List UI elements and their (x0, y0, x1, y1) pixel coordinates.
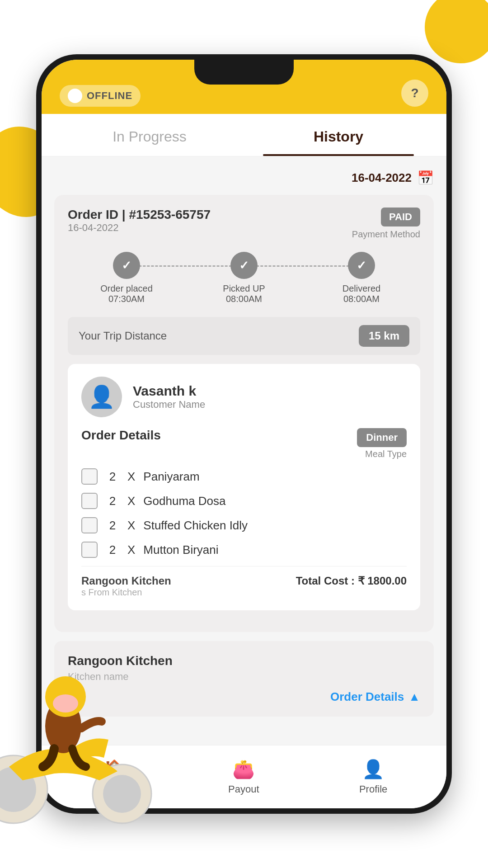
item-checkbox-1 (81, 468, 98, 485)
customer-label: Customer Name (133, 399, 205, 410)
item-checkbox-3 (81, 517, 98, 533)
order-item-1: 2 X Paniyaram (81, 468, 407, 485)
tab-history-label: History (314, 128, 363, 145)
item-x-4: X (127, 543, 135, 557)
total-label: Total Cost : (296, 575, 355, 587)
nav-profile[interactable]: 👤 Profile (359, 759, 387, 795)
step-circle-delivered: ✓ (348, 252, 375, 279)
order-item-4: 2 X Mutton Biryani (81, 542, 407, 558)
item-name-3: Stuffed Chicken Idly (143, 519, 248, 533)
item-name-1: Paniyaram (143, 470, 199, 484)
payment-method-label: Payment Method (352, 229, 420, 240)
order-item-3: 2 X Stuffed Chicken Idly (81, 517, 407, 533)
nav-payout-label: Payout (228, 783, 259, 795)
step-time-placed: 07:30AM (108, 294, 145, 304)
distance-row: Your Trip Distance 15 km (68, 317, 420, 355)
svg-point-3 (103, 775, 141, 813)
distance-value: 15 km (359, 325, 409, 347)
avatar: 👤 (81, 377, 122, 417)
step-line-1 (127, 265, 244, 267)
decorative-blob-top-right (425, 0, 488, 63)
nav-profile-label: Profile (359, 783, 387, 795)
date-filter-row: 16-04-2022 📅 (54, 170, 434, 186)
step-circle-pickup: ✓ (230, 252, 258, 279)
item-x-3: X (127, 519, 135, 533)
dinner-badge: Dinner (357, 428, 407, 447)
order-id: Order ID | #15253-65757 (68, 208, 211, 222)
paid-badge: PAID (381, 208, 420, 226)
kitchen-name: Rangoon Kitchen (81, 575, 171, 587)
item-name-2: Godhuma Dosa (143, 494, 225, 508)
distance-label: Your Trip Distance (79, 330, 167, 342)
help-icon: ? (411, 86, 418, 100)
progress-tracker: ✓ Order placed 07:30AM ✓ Picked UP 08:00… (68, 252, 420, 304)
item-checkbox-4 (81, 542, 98, 558)
item-qty-4: 2 (106, 543, 119, 557)
date-text: 16-04-2022 (352, 171, 412, 185)
nav-payout[interactable]: 👛 Payout (228, 759, 259, 795)
toggle-circle (68, 89, 82, 103)
tab-in-progress-label: In Progress (113, 128, 187, 145)
customer-info: Vasanth k Customer Name (133, 383, 205, 410)
payout-icon: 👛 (232, 759, 255, 780)
tabs-bar: In Progress History (42, 114, 446, 156)
profile-icon: 👤 (362, 759, 385, 780)
notch (194, 60, 294, 85)
order-items-list: 2 X Paniyaram 2 X Godhuma Dosa (81, 468, 407, 558)
step-line-2 (244, 265, 361, 267)
customer-row: 👤 Vasanth k Customer Name (81, 377, 407, 417)
order-id-block: Order ID | #15253-65757 16-04-2022 (68, 208, 211, 247)
order-date: 16-04-2022 (68, 222, 211, 234)
kitchen-sub: s From Kitchen (81, 587, 171, 598)
help-button[interactable]: ? (401, 80, 428, 107)
order-item-2: 2 X Godhuma Dosa (81, 493, 407, 509)
kitchen-footer: Rangoon Kitchen s From Kitchen Total Cos… (81, 566, 407, 598)
header: OFFLINE ? (42, 60, 446, 114)
expand-icon: ▲ (408, 690, 420, 704)
delivery-illustration (0, 599, 154, 827)
avatar-icon: 👤 (88, 384, 115, 410)
item-name-4: Mutton Biryani (143, 543, 218, 557)
item-qty-1: 2 (106, 470, 119, 484)
step-label-pickup: Picked UP (223, 283, 265, 294)
offline-label: OFFLINE (87, 90, 132, 102)
order-details-title: Order Details (81, 428, 161, 443)
svg-point-7 (53, 694, 78, 712)
step-time-pickup: 08:00AM (226, 294, 262, 304)
offline-toggle[interactable]: OFFLINE (60, 85, 141, 107)
order-details-link-text: Order Details (330, 690, 404, 704)
meal-type-label: Meal Type (357, 449, 407, 459)
item-x-2: X (127, 494, 135, 508)
order-details-card: 👤 Vasanth k Customer Name Order Details (68, 364, 420, 610)
step-picked-up: ✓ Picked UP 08:00AM (185, 252, 303, 304)
payment-block: PAID Payment Method (352, 208, 420, 240)
step-delivered: ✓ Delivered 08:00AM (303, 252, 420, 304)
item-qty-2: 2 (106, 494, 119, 508)
tab-history[interactable]: History (244, 114, 433, 156)
item-x-1: X (127, 470, 135, 484)
kitchen-info: Rangoon Kitchen s From Kitchen (81, 575, 171, 598)
item-checkbox-2 (81, 493, 98, 509)
meal-type-block: Dinner Meal Type (357, 428, 407, 459)
order-card: Order ID | #15253-65757 16-04-2022 PAID … (54, 195, 434, 632)
customer-name: Vasanth k (133, 383, 205, 399)
order-details-header: Order Details Dinner Meal Type (81, 428, 407, 459)
step-time-delivered: 08:00AM (343, 294, 380, 304)
step-order-placed: ✓ Order placed 07:30AM (68, 252, 185, 304)
step-label-delivered: Delivered (343, 283, 380, 294)
total-amount: ₹ 1800.00 (358, 575, 407, 587)
step-label-placed: Order placed (100, 283, 153, 294)
calendar-icon[interactable]: 📅 (417, 170, 434, 186)
item-qty-3: 2 (106, 519, 119, 533)
step-circle-placed: ✓ (113, 252, 140, 279)
total-cost: Total Cost : ₹ 1800.00 (296, 575, 407, 587)
tab-in-progress[interactable]: In Progress (55, 114, 244, 156)
order-header: Order ID | #15253-65757 16-04-2022 PAID … (68, 208, 420, 247)
